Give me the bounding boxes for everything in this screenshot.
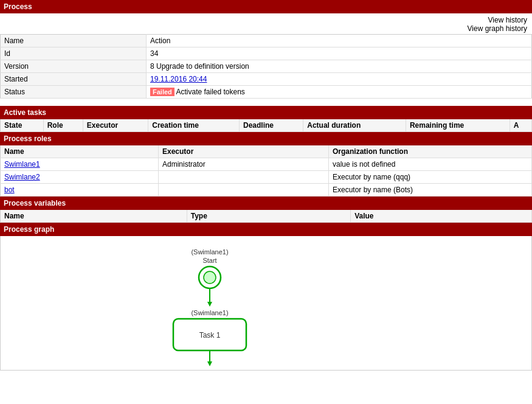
roles-body: Swimlane1 Administrator value is not def… bbox=[1, 158, 532, 197]
col-a: A bbox=[510, 119, 531, 132]
info-row-id: Id 34 bbox=[1, 47, 532, 60]
bot-link[interactable]: bot bbox=[4, 186, 15, 194]
status-text: Activate failed tokens bbox=[176, 88, 244, 96]
role-row-swimlane1: Swimlane1 Administrator value is not def… bbox=[1, 158, 532, 171]
value-started: 19.11.2016 20:44 bbox=[147, 73, 532, 86]
start-circle-inner bbox=[204, 271, 216, 284]
info-row-name: Name Action bbox=[1, 35, 532, 47]
col-role: Role bbox=[43, 119, 83, 132]
active-tasks-title: Active tasks bbox=[4, 108, 46, 117]
value-version: 8 Upgrade to definition version bbox=[147, 60, 532, 73]
vars-columns-row: Name Type Value bbox=[1, 210, 532, 223]
start-label-top: (Swimlane1) bbox=[191, 248, 228, 256]
roles-col-executor: Executor bbox=[159, 145, 329, 158]
col-actual-duration: Actual duration bbox=[303, 119, 406, 132]
role-org-bot: Executor by name (Bots) bbox=[329, 184, 532, 197]
swimlane2-link[interactable]: Swimlane2 bbox=[4, 173, 40, 181]
active-tasks-header: Active tasks bbox=[0, 106, 532, 119]
vars-col-value: Value bbox=[351, 210, 532, 223]
label-started: Started bbox=[1, 73, 147, 86]
label-name: Name bbox=[1, 35, 147, 47]
status-failed-badge: Failed bbox=[150, 88, 174, 96]
top-links: View history View graph history bbox=[0, 13, 532, 34]
value-status: Failed Activate failed tokens bbox=[147, 86, 532, 99]
process-variables-header: Process variables bbox=[0, 197, 532, 210]
col-deadline: Deadline bbox=[240, 119, 303, 132]
start-label-bottom: Start bbox=[202, 257, 216, 264]
value-name: Action bbox=[147, 35, 532, 47]
vars-col-type: Type bbox=[187, 210, 350, 223]
info-row-started: Started 19.11.2016 20:44 bbox=[1, 73, 532, 86]
view-history-link[interactable]: View history bbox=[5, 16, 527, 24]
info-row-status: Status Failed Activate failed tokens bbox=[1, 86, 532, 99]
process-roles-header: Process roles bbox=[0, 132, 532, 145]
role-executor-swimlane1: Administrator bbox=[159, 158, 329, 171]
label-id: Id bbox=[1, 47, 147, 60]
process-roles-title: Process roles bbox=[4, 134, 52, 143]
process-graph-title: Process graph bbox=[4, 225, 54, 234]
process-info-table: Name Action Id 34 Version 8 Upgrade to d… bbox=[0, 34, 532, 99]
info-row-version: Version 8 Upgrade to definition version bbox=[1, 60, 532, 73]
started-link[interactable]: 19.11.2016 20:44 bbox=[150, 75, 207, 83]
swimlane1-link[interactable]: Swimlane1 bbox=[4, 160, 40, 169]
role-executor-bot bbox=[159, 184, 329, 197]
col-creation-time: Creation time bbox=[148, 119, 240, 132]
role-name-swimlane1: Swimlane1 bbox=[1, 158, 159, 171]
role-name-swimlane2: Swimlane2 bbox=[1, 171, 159, 184]
process-header: Process bbox=[0, 0, 532, 13]
label-status: Status bbox=[1, 86, 147, 99]
role-row-swimlane2: Swimlane2 Executor by name (qqq) bbox=[1, 171, 532, 184]
col-state: State bbox=[1, 119, 44, 132]
roles-col-name: Name bbox=[1, 145, 159, 158]
page-title: Process bbox=[4, 2, 32, 11]
process-variables-table: Name Type Value bbox=[0, 210, 532, 223]
tasks-columns-row: State Role Executor Creation time Deadli… bbox=[1, 119, 532, 132]
page-container: Process View history View graph history … bbox=[0, 0, 532, 404]
process-roles-table: Name Executor Organization function Swim… bbox=[0, 145, 532, 197]
task1-label-bottom: Task 1 bbox=[199, 331, 221, 340]
process-graph-area: (Swimlane1) Start (Swimlane1) Task 1 bbox=[0, 236, 532, 371]
task1-label-top: (Swimlane1) bbox=[191, 309, 228, 316]
roles-col-org-function: Organization function bbox=[329, 145, 532, 158]
arrow-head-start bbox=[207, 302, 212, 307]
col-remaining-time: Remaining time bbox=[406, 119, 510, 132]
view-graph-history-link[interactable]: View graph history bbox=[5, 24, 527, 33]
role-name-bot: bot bbox=[1, 184, 159, 197]
active-tasks-table: State Role Executor Creation time Deadli… bbox=[0, 119, 532, 132]
arrow-head-task bbox=[207, 361, 212, 366]
process-graph-header: Process graph bbox=[0, 223, 532, 236]
roles-columns-row: Name Executor Organization function bbox=[1, 145, 532, 158]
role-row-bot: bot Executor by name (Bots) bbox=[1, 184, 532, 197]
process-graph-svg: (Swimlane1) Start (Swimlane1) Task 1 bbox=[1, 236, 532, 370]
process-variables-title: Process variables bbox=[4, 199, 66, 207]
role-org-swimlane2: Executor by name (qqq) bbox=[329, 171, 532, 184]
col-executor: Executor bbox=[83, 119, 148, 132]
label-version: Version bbox=[1, 60, 147, 73]
vars-col-name: Name bbox=[1, 210, 187, 223]
role-executor-swimlane2 bbox=[159, 171, 329, 184]
role-org-swimlane1: value is not defined bbox=[329, 158, 532, 171]
value-id: 34 bbox=[147, 47, 532, 60]
